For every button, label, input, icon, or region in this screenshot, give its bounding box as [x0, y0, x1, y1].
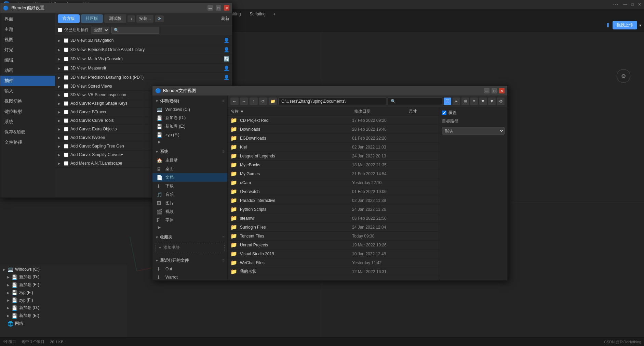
upload-arrow[interactable]: ▾ [639, 23, 641, 28]
tree-item-new-e2[interactable]: ▶ 💾 新加卷 (E:) [0, 312, 126, 320]
system-downloads[interactable]: ⬇ 下载 [152, 182, 227, 190]
recent-warrot[interactable]: ⬇ Warrot [152, 273, 227, 280]
addon-expand-icon[interactable]: ▶ [58, 102, 62, 105]
sidebar-item-file-paths[interactable]: 文件路径 [0, 137, 55, 148]
file-row[interactable]: 📁 我的形状 12 Mar 2022 16:31 [228, 267, 439, 276]
tree-item-new-d2[interactable]: ▶ 💾 新加卷 (D:) [0, 304, 126, 312]
file-maximize-button[interactable]: □ [492, 88, 497, 93]
addon-expand-icon[interactable]: ▶ [58, 110, 62, 114]
path-input[interactable] [278, 98, 386, 105]
addon-checkbox-measureit[interactable] [64, 66, 68, 71]
addon-checkbox-btracer[interactable] [64, 110, 68, 114]
window-maximize[interactable]: □ [631, 2, 634, 7]
sidebar-item-save-load[interactable]: 保存&加载 [0, 127, 55, 137]
addon-checkbox-pdt[interactable] [64, 75, 68, 80]
sidebar-item-interface[interactable]: 界面 [0, 14, 55, 24]
system-home[interactable]: 🏠 主目录 [152, 156, 227, 165]
addon-expand-icon[interactable]: ▶ [58, 127, 62, 131]
file-search-input[interactable] [388, 98, 442, 105]
addon-checkbox-3dnavigation[interactable] [64, 38, 68, 43]
category-select[interactable]: 全部 [91, 27, 109, 34]
file-row[interactable]: 📁 Downloads 28 Feb 2022 19:46 [228, 125, 439, 134]
recent-out[interactable]: ⬇ Out [152, 265, 227, 273]
nav-refresh-button[interactable]: ⟳ [259, 98, 267, 105]
pref-minimize-button[interactable]: — [207, 5, 213, 11]
view-list-button[interactable]: ☰ [444, 98, 451, 105]
file-row[interactable]: 📁 EGDownloads 01 Feb 2022 22:20 [228, 134, 439, 143]
bookmarks-header[interactable]: ▼ 收藏夹 ⠿ [152, 233, 227, 242]
column-size-header[interactable]: 尺寸 [409, 108, 436, 114]
filter-button[interactable]: ▼ [479, 98, 487, 105]
file-row[interactable]: 📁 Visual Studio 2019 10 Jan 2022 12:49 [228, 249, 439, 258]
tree-item-new-d[interactable]: ▶ 💾 新加卷 (D:) [0, 273, 126, 281]
addon-expand-icon[interactable]: ▶ [58, 144, 62, 148]
community-tab-button[interactable]: 社区版 [81, 14, 103, 23]
file-row[interactable]: 📁 Sunlogin Files 24 Jan 2022 12:04 [228, 223, 439, 232]
official-tab-button[interactable]: 官方版 [58, 14, 80, 23]
expand-more-system[interactable]: ▶ [152, 225, 227, 230]
nav-up-button[interactable]: ↑ [250, 98, 258, 105]
tree-item-new-e[interactable]: ▶ 💾 新加卷 (E:) [0, 281, 126, 289]
sort-button[interactable]: ▼ [488, 98, 496, 105]
file-row[interactable]: 📁 Overwatch 01 Feb 2022 19:06 [228, 187, 439, 196]
addon-checkbox-vr[interactable] [64, 93, 68, 97]
file-row[interactable]: 📁 League of Legends 24 Jan 2022 20:13 [228, 152, 439, 161]
sidebar-item-edit[interactable]: 编辑 [0, 55, 55, 65]
file-row[interactable]: 📁 Paradox Interactive 02 Jan 2022 11:39 [228, 196, 439, 205]
sidebar-item-keymap[interactable]: 键位映射 [0, 106, 55, 117]
addon-expand-icon[interactable]: ▶ [58, 119, 62, 123]
file-row[interactable]: 📁 Unreal Projects 19 Mar 2022 19:26 [228, 241, 439, 249]
sidebar-item-system[interactable]: 系统 [0, 117, 55, 127]
addon-expand-icon[interactable]: ▶ [58, 162, 62, 165]
file-settings-button[interactable]: ⚙ [497, 98, 505, 105]
view-grid-button[interactable]: ⊞ [461, 98, 469, 105]
addon-checkbox-mathvis[interactable] [64, 57, 68, 61]
volume-zyp-f[interactable]: 💾 zyp (F:) [152, 131, 227, 139]
addon-checkbox-simplify[interactable] [64, 153, 68, 157]
file-row[interactable]: 📁 Klei 02 Jan 2022 11:03 [228, 143, 439, 152]
volume-windows-c[interactable]: 💻 Windows (C:) [152, 105, 227, 114]
nav-forward-button[interactable]: → [240, 98, 248, 105]
sidebar-item-viewport[interactable]: 视图 [0, 35, 55, 45]
system-documents[interactable]: 📄 文档 [152, 173, 227, 182]
addon-checkbox-blenderkit[interactable] [64, 48, 68, 52]
addon-expand-icon[interactable]: ▶ [58, 136, 62, 140]
overwrite-checkbox[interactable] [442, 111, 446, 115]
window-close[interactable]: ✕ [638, 2, 641, 7]
addon-expand-icon[interactable]: ▶ [58, 85, 62, 88]
addon-expand-icon[interactable]: ▶ [58, 39, 62, 42]
volumes-header[interactable]: ▼ 体积(卷标) ⠿ [152, 97, 227, 105]
addon-expand-icon[interactable]: ▶ [58, 48, 62, 52]
nav-new-folder-button[interactable]: 📁 [269, 98, 277, 105]
tab-scripting[interactable]: Scripting [245, 10, 270, 18]
file-row[interactable]: 📁 Python Scripts 24 Jan 2022 11:26 [228, 205, 439, 214]
column-name-header[interactable]: 名称 ▼ [230, 108, 354, 114]
system-desktop[interactable]: 🖥 桌面 [152, 165, 227, 173]
test-tab-button[interactable]: 测试版 [104, 14, 126, 23]
system-music[interactable]: 🎵 音乐 [152, 190, 227, 199]
tree-item-network[interactable]: 🌐 网络 [0, 320, 126, 328]
sidebar-item-navigation[interactable]: 视图切换 [0, 96, 55, 106]
recent-header[interactable]: ▼ 最近打开的文件 ⠿ [152, 256, 227, 265]
install-button[interactable]: 安装... [136, 15, 153, 23]
system-pictures[interactable]: 🖼 图片 [152, 199, 227, 207]
view-dropdown-button[interactable]: ▾ [470, 98, 478, 105]
download-button[interactable]: ↓ [128, 15, 135, 22]
system-videos[interactable]: 🎬 视频 [152, 207, 227, 216]
file-row[interactable]: 📁 Tencent Files Today 09:38 [228, 232, 439, 241]
addon-checkbox-extraobjects[interactable] [64, 127, 68, 131]
addon-checkbox-antlandscape[interactable] [64, 161, 68, 166]
addon-checkbox-curvetools[interactable] [64, 118, 68, 123]
sidebar-item-animation[interactable]: 动画 [0, 65, 55, 76]
upload-button[interactable]: 拖拽上传 [613, 21, 637, 29]
addon-expand-icon[interactable]: ▶ [58, 57, 62, 61]
file-row[interactable]: 📁 WeChat Files Yesterday 11:42 [228, 258, 439, 267]
expand-more-volumes[interactable]: ▶ [152, 139, 227, 145]
pref-close-button[interactable]: ✕ [224, 5, 229, 11]
pref-maximize-button[interactable]: □ [216, 5, 221, 11]
tree-item-zyp-f2[interactable]: ▶ 💾 zyp (F:) [0, 296, 126, 304]
view-compact-button[interactable]: ≡ [453, 98, 460, 105]
volume-new-d[interactable]: 💾 新加卷 (D:) [152, 114, 227, 122]
refresh-button[interactable]: ⟳ [155, 15, 164, 22]
nav-back-button[interactable]: ← [230, 98, 239, 105]
